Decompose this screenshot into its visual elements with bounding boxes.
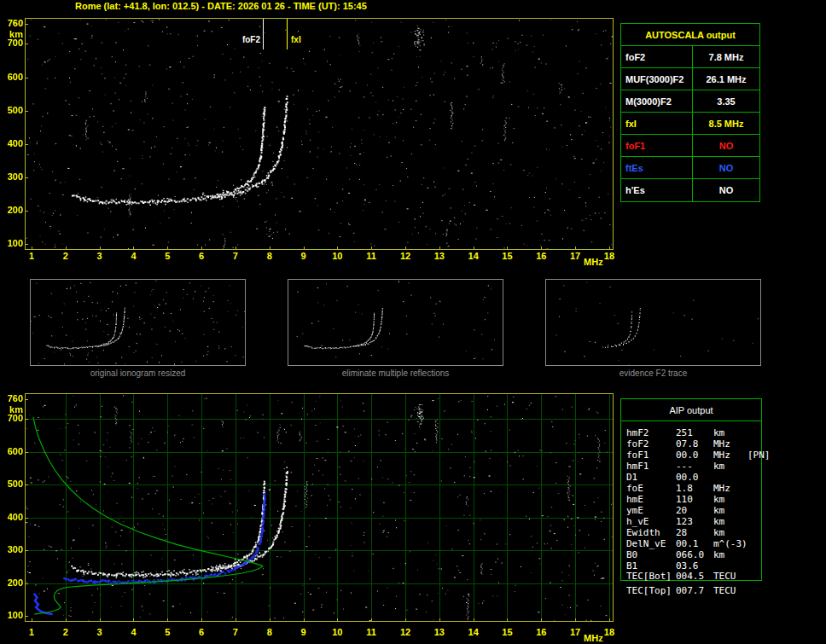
aip-param-value: 007.7 xyxy=(676,585,713,596)
aip-row-hve: h_vE 123 km xyxy=(626,516,761,527)
x-axis-tick-label: 15 xyxy=(497,628,516,637)
fxi-marker-label: fxI xyxy=(290,34,302,45)
x-axis-tick-label: 6 xyxy=(192,628,211,637)
thumbnail-caption: evidence F2 trace xyxy=(545,368,761,378)
aip-output-table: AIP output hmF2 251 km foF2 07.8 MHz foF… xyxy=(620,398,762,581)
aip-param-unit: km xyxy=(713,494,747,505)
aip-param-name: foF1 xyxy=(626,450,676,461)
x-axis-tick-label: 13 xyxy=(430,628,449,637)
thumbnail-caption: original ionogram resized xyxy=(30,368,246,378)
y-axis-tick-label: 400 xyxy=(2,139,23,148)
aip-param-extra xyxy=(747,538,761,549)
aip-param-name: DelN_vE xyxy=(626,538,676,549)
fof2-marker-label: foF2 xyxy=(234,34,261,45)
scaled-ionogram-plot: foF2 fxI xyxy=(25,18,614,250)
y-axis-tick-label: 200 xyxy=(2,206,23,215)
thumbnail-original-ionogram xyxy=(30,279,246,366)
x-axis-tick-label: 3 xyxy=(90,252,109,261)
x-axis-tick-label: 7 xyxy=(226,628,245,637)
autoscala-row-hes: h'Es NO xyxy=(621,179,759,201)
autoscala-param-value: NO xyxy=(693,157,759,178)
aip-row-ewidth: Ewidth 28 km xyxy=(626,527,761,538)
aip-table-title: AIP output xyxy=(621,399,761,421)
thumbnail-eliminate-reflections-canvas xyxy=(288,280,503,365)
autoscala-param-label: foF2 xyxy=(621,46,693,67)
x-axis-tick-label: 8 xyxy=(260,252,279,261)
aip-row-b0: B0 066.0 km xyxy=(626,549,761,560)
aip-param-unit: km xyxy=(713,427,747,438)
aip-param-extra xyxy=(747,549,761,560)
x-axis-tick-label: 2 xyxy=(56,628,75,637)
x-axis-tick-label: 14 xyxy=(464,628,483,637)
aip-param-name: hmF2 xyxy=(626,427,676,438)
y-axis-tick-label: 100 xyxy=(2,239,23,248)
aip-param-name: foF2 xyxy=(626,438,676,450)
y-axis-tick-label: 200 xyxy=(2,578,23,588)
autoscala-output-table: AUTOSCALA output foF2 7.8 MHz MUF(3000)F… xyxy=(620,23,760,202)
x-axis-tick-label: 15 xyxy=(497,252,516,261)
aip-row-delnve: DelN_vE 00.1 m^(-3) xyxy=(626,538,761,549)
aip-param-unit: TECU xyxy=(713,571,747,582)
aip-param-extra xyxy=(747,527,761,538)
scaled-ionogram-canvas xyxy=(26,19,613,249)
aip-param-unit: km xyxy=(713,549,747,560)
autoscala-row-fxi: fxI 8.5 MHz xyxy=(621,113,759,135)
aip-param-unit: km xyxy=(713,461,747,472)
x-axis-tick-label: 11 xyxy=(362,628,381,637)
x-axis-tick-label: 1 xyxy=(22,628,41,637)
aip-param-value: 123 xyxy=(676,516,713,527)
autoscala-row-ftes: ftEs NO xyxy=(621,157,759,179)
aip-param-value: 20 xyxy=(676,505,713,516)
aip-param-extra xyxy=(747,494,761,505)
x-axis-tick-label: 5 xyxy=(158,252,177,261)
aip-param-unit xyxy=(713,472,747,483)
profile-ionogram-canvas xyxy=(26,394,613,621)
aip-param-name: hmF1 xyxy=(626,461,676,472)
aip-param-extra xyxy=(747,516,761,527)
aip-param-value: 00.0 xyxy=(676,450,713,461)
aip-rows: hmF2 251 km foF2 07.8 MHz foF1 00.0 MHz … xyxy=(621,421,761,571)
autoscala-param-value: NO xyxy=(693,135,759,156)
x-axis-tick-label: 4 xyxy=(124,628,143,637)
aip-param-value: 28 xyxy=(676,527,713,538)
aip-row-tec-bot: TEC[Bot] 004.5 TECU xyxy=(626,571,761,582)
autoscala-param-label: MUF(3000)F2 xyxy=(621,68,693,90)
aip-param-unit: MHz xyxy=(713,450,747,461)
thumbnail-eliminate-reflections xyxy=(288,279,503,366)
aip-param-value: 004.5 xyxy=(676,571,713,582)
aip-param-name: D1 xyxy=(626,472,676,483)
autoscala-param-value: 8.5 MHz xyxy=(693,113,759,134)
aip-row-hmf2: hmF2 251 km xyxy=(626,427,761,438)
aip-param-name: foE xyxy=(626,483,676,494)
aip-param-extra xyxy=(747,571,761,582)
aip-row-hme: hmE 110 km xyxy=(626,494,761,505)
aip-param-extra: [PN] xyxy=(747,450,771,461)
autoscala-param-value: 7.8 MHz xyxy=(693,46,759,67)
x-axis-tick-label: 9 xyxy=(294,628,313,637)
aip-row-d1: D1 00.0 xyxy=(626,472,761,483)
aip-param-unit: km xyxy=(713,516,747,527)
x-axis-tick-label: 10 xyxy=(328,628,346,637)
aip-param-value: 251 xyxy=(676,427,713,438)
aip-param-value: 00.0 xyxy=(676,472,713,483)
y-axis-tick-label: 600 xyxy=(2,73,23,82)
aip-row-hmf1: hmF1 --- km xyxy=(626,461,761,472)
page-title: Rome (lat: +41.8, lon: 012.5) - DATE: 20… xyxy=(75,1,367,11)
aip-param-extra xyxy=(747,483,761,494)
x-axis-tick-label: 10 xyxy=(328,252,346,261)
aip-row-fof1: foF1 00.0 MHz [PN] xyxy=(626,450,761,461)
aip-row-foe: foE 1.8 MHz xyxy=(626,483,761,494)
aip-param-extra xyxy=(747,505,761,516)
x-axis-tick-label: 4 xyxy=(124,252,143,261)
aip-param-extra xyxy=(747,461,761,472)
aip-param-value: 00.1 xyxy=(676,538,713,549)
y-axis-unit-label: km xyxy=(2,405,23,415)
autoscala-param-value: NO xyxy=(693,179,759,201)
aip-param-value: 066.0 xyxy=(676,549,713,560)
autoscala-row-m3000f2: M(3000)F2 3.35 xyxy=(621,90,759,113)
aip-param-extra xyxy=(747,472,761,483)
autoscala-param-label: h'Es xyxy=(621,179,693,201)
aip-param-name: TEC[Top] xyxy=(626,585,676,596)
x-axis-tick-label: 9 xyxy=(294,252,313,261)
autoscala-row-fof2: foF2 7.8 MHz xyxy=(621,46,759,68)
